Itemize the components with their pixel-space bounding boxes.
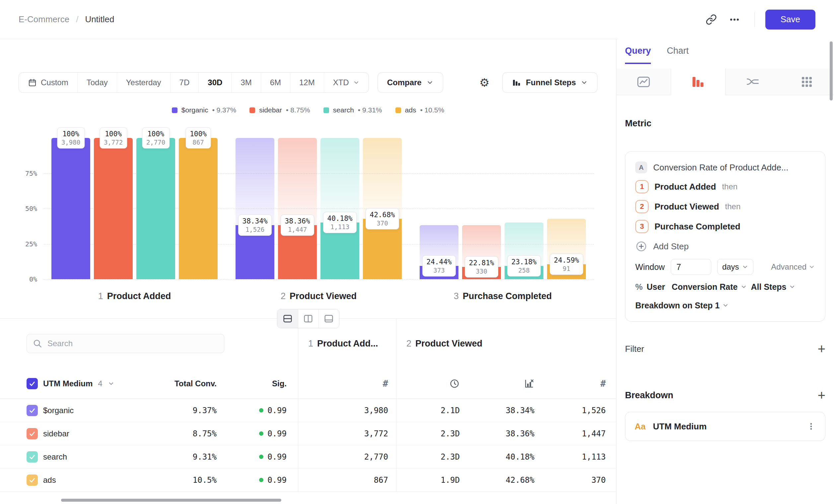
columns-layout-button[interactable] bbox=[298, 310, 319, 328]
breakdown-section: Breakdown + bbox=[625, 388, 826, 403]
row-checkbox[interactable] bbox=[26, 451, 38, 462]
funnel-bar-ads[interactable]: 42.68%370 bbox=[363, 138, 402, 279]
funnel-step-group: 100%3,980100%3,772100%2,770100%867 bbox=[51, 138, 218, 279]
range-12m[interactable]: 12M bbox=[290, 73, 324, 92]
retention-chart-tab[interactable] bbox=[726, 69, 780, 95]
metric-heading: Metric bbox=[625, 118, 826, 129]
compare-button[interactable]: Compare bbox=[377, 72, 443, 93]
metric-step-2[interactable]: 2Product Viewedthen bbox=[635, 199, 815, 214]
funnel-bar-organic[interactable]: 100%3,980 bbox=[51, 138, 90, 279]
breakdown-property-card[interactable]: Aa UTM Medium bbox=[625, 412, 826, 441]
funnel-bar-sidebar[interactable]: 38.36%1,447 bbox=[278, 138, 317, 279]
funnel-bar-search[interactable]: 40.18%1,113 bbox=[321, 138, 359, 279]
select-all-checkbox[interactable] bbox=[26, 378, 38, 389]
funnel-bar-sidebar[interactable]: 22.81%330 bbox=[462, 138, 501, 279]
step2-conv-cell: 38.36% bbox=[468, 422, 542, 445]
funnel-bar-organic[interactable]: 24.44%373 bbox=[420, 138, 459, 279]
range-7d[interactable]: 7D bbox=[170, 73, 199, 92]
more-options-button[interactable] bbox=[725, 10, 744, 29]
legend-item[interactable]: sidebar• 8.75% bbox=[249, 106, 310, 114]
breakdown-options-button[interactable] bbox=[807, 422, 816, 431]
unconverted-ghost bbox=[363, 138, 402, 219]
funnel-bar-ads[interactable]: 100%867 bbox=[179, 138, 218, 279]
row-checkbox[interactable] bbox=[26, 428, 38, 439]
legend-item[interactable]: search• 9.31% bbox=[324, 106, 382, 114]
step2-time-cell: 2.1D bbox=[396, 399, 468, 422]
advanced-label: Advanced bbox=[771, 262, 807, 272]
share-link-button[interactable] bbox=[702, 10, 721, 29]
grid-chart-tab[interactable] bbox=[780, 69, 834, 95]
row-name-cell: ads bbox=[0, 468, 149, 491]
vertical-scrollbar[interactable] bbox=[830, 42, 833, 100]
add-filter-button[interactable]: + bbox=[818, 342, 826, 356]
table-row-search[interactable]: search9.31%0.992,7702.3D40.18%1,113 bbox=[0, 445, 616, 468]
range-custom[interactable]: Custom bbox=[19, 73, 77, 92]
table-row-ads[interactable]: ads10.5%0.998671.9D42.68%370 bbox=[0, 468, 616, 492]
range-30d[interactable]: 30D bbox=[198, 73, 231, 92]
chart-settings-button[interactable]: ⚙ bbox=[475, 73, 493, 92]
funnel-chart: 75%50%25%0% 100%3,980100%3,772100%2,7701… bbox=[0, 138, 616, 279]
funnel-bar-sidebar[interactable]: 100%3,772 bbox=[94, 138, 133, 279]
chart-type-button[interactable]: Funnel Steps bbox=[502, 72, 597, 93]
breakdown-column-label[interactable]: UTM Medium bbox=[43, 379, 92, 388]
funnel-bar-organic[interactable]: 38.34%1,526 bbox=[236, 138, 275, 279]
total-conv-cell: 10.5% bbox=[149, 468, 217, 491]
bottom-panel-layout-button[interactable] bbox=[319, 310, 339, 328]
metric-step-3[interactable]: 3Purchase Completed bbox=[635, 219, 815, 234]
window-value-input[interactable] bbox=[671, 259, 711, 275]
panel-tabs: Query Chart bbox=[616, 39, 834, 64]
step2-time-header[interactable] bbox=[396, 368, 468, 398]
entity-selector[interactable]: User bbox=[646, 282, 665, 292]
row-checkbox[interactable] bbox=[26, 405, 38, 416]
bar-pct-label: 42.68% bbox=[370, 211, 395, 219]
total-conv-cell: 9.37% bbox=[149, 399, 217, 422]
funnel-chart-tab[interactable] bbox=[671, 69, 726, 95]
metric-title-row[interactable]: A Conversion Rate of Product Adde... bbox=[635, 161, 815, 174]
step1-count-header[interactable]: # bbox=[298, 368, 396, 398]
total-conv-header[interactable]: Total Conv. bbox=[175, 379, 217, 388]
percent-icon[interactable]: % bbox=[635, 282, 642, 292]
funnel-bar-search[interactable]: 100%2,770 bbox=[136, 138, 175, 279]
rows-layout-button[interactable] bbox=[277, 310, 298, 328]
range-6m[interactable]: 6M bbox=[261, 73, 290, 92]
legend-item[interactable]: $organic• 9.37% bbox=[172, 106, 236, 114]
breadcrumb-report-title[interactable]: Untitled bbox=[85, 14, 114, 25]
tab-query[interactable]: Query bbox=[625, 39, 651, 64]
advanced-toggle[interactable]: Advanced bbox=[771, 262, 815, 272]
range-xtd[interactable]: XTD bbox=[324, 73, 369, 92]
bar-count-label: 1,447 bbox=[285, 226, 310, 233]
bar-value-tag: 23.18%258 bbox=[507, 255, 541, 277]
sig-header[interactable]: Sig. bbox=[272, 379, 287, 388]
row-checkbox[interactable] bbox=[26, 475, 38, 486]
bar-value-tag: 40.18%1,113 bbox=[323, 212, 357, 233]
step1-count-cell: 867 bbox=[298, 468, 396, 491]
search-input[interactable] bbox=[26, 334, 224, 353]
funnel-bar-search[interactable]: 23.18%258 bbox=[505, 138, 543, 279]
breakdown-on-step-selector[interactable]: Breakdown on Step 1 bbox=[635, 299, 815, 312]
window-unit-select[interactable]: days bbox=[717, 259, 753, 275]
step2-convrate-header[interactable] bbox=[468, 368, 542, 398]
metric-type-selector[interactable]: Conversion Rate bbox=[672, 282, 747, 292]
bar-value-tag: 38.36%1,447 bbox=[281, 214, 314, 236]
legend-item[interactable]: ads• 10.5% bbox=[395, 106, 444, 114]
check-icon bbox=[28, 430, 36, 437]
metric-step-1[interactable]: 1Product Addedthen bbox=[635, 179, 815, 194]
table-row-organic[interactable]: $organic9.37%0.993,9802.1D38.34%1,526 bbox=[0, 399, 616, 422]
step1-count-value: 3,980 bbox=[364, 406, 388, 415]
funnel-bar-ads[interactable]: 24.59%91 bbox=[547, 138, 586, 279]
range-3m[interactable]: 3M bbox=[231, 73, 260, 92]
range-yesterday[interactable]: Yesterday bbox=[117, 73, 170, 92]
legend-swatch bbox=[249, 108, 255, 113]
insights-chart-tab[interactable] bbox=[616, 69, 671, 95]
save-button[interactable]: Save bbox=[765, 9, 815, 29]
step2-count-value: 370 bbox=[592, 476, 606, 485]
add-breakdown-button[interactable]: + bbox=[818, 389, 826, 402]
horizontal-scrollbar[interactable] bbox=[61, 499, 281, 502]
tab-chart[interactable]: Chart bbox=[667, 39, 689, 64]
breadcrumb-project[interactable]: E-Commerce bbox=[19, 14, 69, 25]
range-today[interactable]: Today bbox=[77, 73, 117, 92]
table-row-sidebar[interactable]: sidebar8.75%0.993,7722.3D38.36%1,447 bbox=[0, 422, 616, 445]
step2-count-header[interactable]: # bbox=[542, 368, 614, 398]
steps-scope-selector[interactable]: All Steps bbox=[751, 282, 796, 292]
add-step-button[interactable]: Add Step bbox=[635, 239, 815, 254]
